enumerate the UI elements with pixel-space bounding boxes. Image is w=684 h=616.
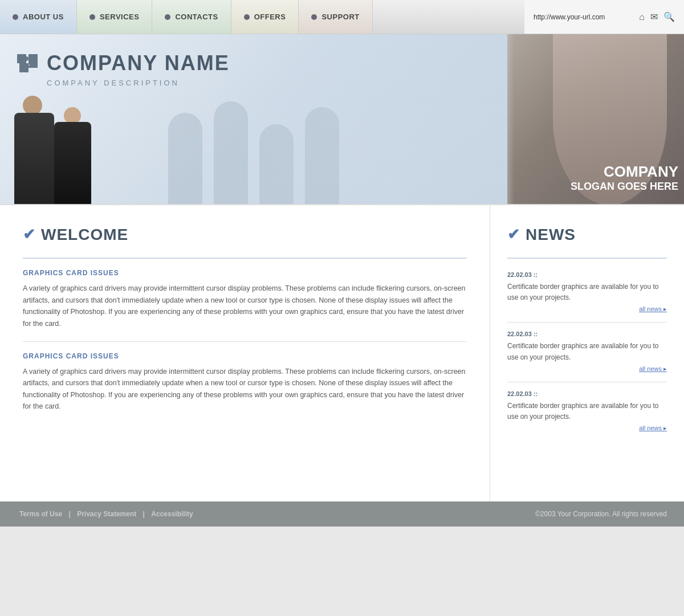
- article-1-body: A variety of graphics card drivers may p…: [23, 283, 467, 330]
- news-link-2[interactable]: all news ▸: [507, 365, 667, 373]
- company-description: COMPANY DESCRIPTION: [47, 79, 490, 87]
- hero-right-panel: COMPANY SLOGAN GOES HERE: [507, 34, 684, 204]
- hero-people: [11, 96, 94, 204]
- checkmark-icon: ✔: [23, 226, 35, 243]
- nav-icon-group: ⌂ ✉ 🔍: [639, 11, 675, 22]
- welcome-title-area: ✔ WELCOME: [23, 226, 467, 244]
- nav-tab-about-us[interactable]: ABOUT US: [0, 0, 77, 34]
- news-link-3[interactable]: all news ▸: [507, 425, 667, 432]
- navigation: ABOUT US SERVICES CONTACTS OFFERS SUPPOR…: [0, 0, 684, 34]
- news-sep-1: ::: [534, 271, 538, 278]
- article-separator: [23, 341, 467, 342]
- nav-tabs: ABOUT US SERVICES CONTACTS OFFERS SUPPOR…: [0, 0, 524, 34]
- mail-icon[interactable]: ✉: [650, 11, 658, 22]
- nav-label-support: SUPPORT: [321, 13, 359, 21]
- nav-tab-contacts[interactable]: CONTACTS: [152, 0, 231, 34]
- slogan-company: COMPANY: [571, 163, 678, 181]
- footer-links: Terms of Use | Privacy Statement | Acces…: [17, 510, 196, 518]
- person-body-1: [14, 113, 54, 204]
- bullet-icon: [13, 14, 18, 20]
- nav-label-contacts: CONTACTS: [175, 13, 218, 21]
- welcome-heading: WELCOME: [41, 226, 128, 244]
- person-female: [51, 107, 94, 204]
- news-link-1[interactable]: all news ▸: [507, 305, 667, 313]
- bullet-icon: [244, 14, 250, 20]
- news-text-2: Certificate border graphics are availabl…: [507, 341, 667, 362]
- search-icon[interactable]: 🔍: [663, 11, 675, 22]
- footer-separator-2: |: [143, 510, 147, 518]
- silhouette-2: [214, 101, 248, 204]
- person-head-1: [23, 96, 42, 115]
- news-sep-2: ::: [534, 331, 538, 337]
- news-date-value-3: 22.02.03: [507, 390, 532, 397]
- news-date-value-1: 22.02.03: [507, 271, 532, 278]
- news-date-1: 22.02.03 ::: [507, 271, 538, 278]
- bullet-icon: [89, 14, 95, 20]
- footer-link-terms[interactable]: Terms of Use: [19, 510, 62, 518]
- nav-label-about-us: ABOUT US: [23, 13, 64, 21]
- footer-link-accessibility[interactable]: Accessibility: [151, 510, 193, 518]
- article-1-title: GRAPHICS CARD ISSUES: [23, 269, 467, 277]
- company-name: COMPANY NAME: [47, 51, 230, 75]
- silhouette-4: [305, 107, 339, 204]
- url-display[interactable]: http://www.your-url.com: [534, 13, 632, 21]
- news-sep-3: ::: [534, 390, 538, 397]
- news-section: ✔ NEWS 22.02.03 :: Certificate border gr…: [490, 205, 684, 501]
- news-date-2: 22.02.03 ::: [507, 331, 538, 337]
- nav-label-offers: OFFERS: [254, 13, 286, 21]
- home-icon[interactable]: ⌂: [639, 12, 645, 22]
- news-item-1: 22.02.03 :: Certificate border graphics …: [507, 269, 667, 313]
- hero-section: COMPANY NAME COMPANY DESCRIPTION: [0, 34, 684, 205]
- footer-copyright: ©2003 Your Corporation. All rights reser…: [535, 510, 667, 518]
- nav-tab-offers[interactable]: OFFERS: [231, 0, 299, 34]
- nav-tab-services[interactable]: SERVICES: [77, 0, 153, 34]
- news-text-1: Certificate border graphics are availabl…: [507, 282, 667, 303]
- slogan-tagline: SLOGAN GOES HERE: [571, 181, 678, 193]
- puzzle-icon: [17, 52, 40, 75]
- nav-label-services: SERVICES: [100, 13, 140, 21]
- main-content: ✔ WELCOME GRAPHICS CARD ISSUES A variety…: [0, 205, 684, 501]
- slogan-box: COMPANY SLOGAN GOES HERE: [571, 163, 678, 193]
- news-date-3: 22.02.03 ::: [507, 390, 538, 397]
- news-divider: [507, 258, 667, 259]
- news-text-3: Certificate border graphics are availabl…: [507, 401, 667, 422]
- news-title-area: ✔ NEWS: [507, 226, 667, 244]
- person-male: [11, 96, 57, 204]
- logo-area: COMPANY NAME: [17, 51, 490, 75]
- bullet-icon: [311, 14, 317, 20]
- footer-separator-1: |: [68, 510, 72, 518]
- news-heading: NEWS: [526, 226, 576, 244]
- person-body-2: [54, 122, 91, 204]
- news-item-2: 22.02.03 :: Certificate border graphics …: [507, 328, 667, 372]
- stripe-detail: [507, 34, 514, 204]
- article-2-body: A variety of graphics card drivers may p…: [23, 366, 467, 413]
- news-div-2: [507, 382, 667, 382]
- hero-left-panel: COMPANY NAME COMPANY DESCRIPTION: [0, 34, 507, 204]
- footer-link-privacy[interactable]: Privacy Statement: [77, 510, 136, 518]
- nav-tab-support[interactable]: SUPPORT: [299, 0, 372, 34]
- news-date-value-2: 22.02.03: [507, 331, 532, 337]
- silhouette-3: [259, 124, 294, 204]
- news-div-1: [507, 322, 667, 323]
- bullet-icon: [165, 14, 170, 20]
- welcome-section: ✔ WELCOME GRAPHICS CARD ISSUES A variety…: [0, 205, 490, 501]
- footer: Terms of Use | Privacy Statement | Acces…: [0, 501, 684, 527]
- address-bar: http://www.your-url.com ⌂ ✉ 🔍: [524, 0, 684, 34]
- article-2-title: GRAPHICS CARD ISSUES: [23, 352, 467, 360]
- news-item-3: 22.02.03 :: Certificate border graphics …: [507, 388, 667, 432]
- welcome-divider: [23, 258, 467, 259]
- silhouette-1: [168, 113, 202, 204]
- news-checkmark-icon: ✔: [507, 226, 520, 243]
